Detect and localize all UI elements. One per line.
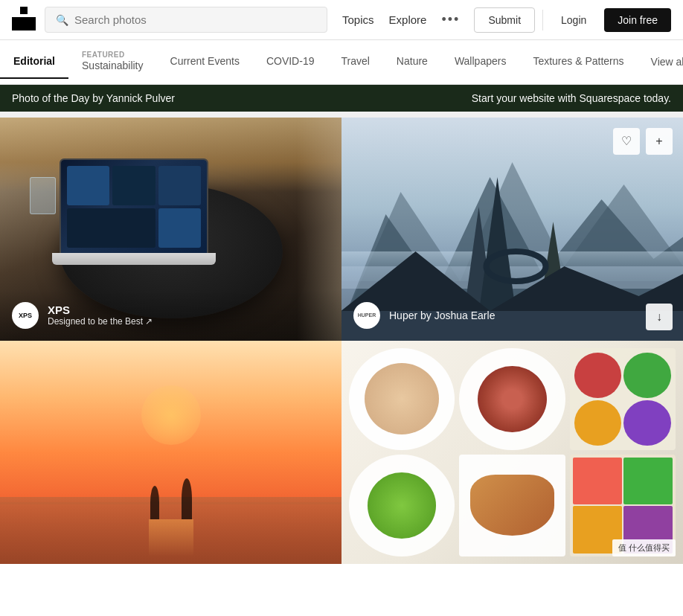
- svg-rect-1: [20, 7, 28, 14]
- submit-button[interactable]: Submit: [474, 7, 535, 33]
- photo-card-food[interactable]: 值 什么值得买: [342, 341, 683, 564]
- logo[interactable]: [12, 7, 36, 33]
- huper-logo: HUPER: [353, 302, 380, 329]
- huper-overlay: HUPER Huper by Joshua Earle: [342, 290, 683, 341]
- banner-potd-text: Photo of the Day: [12, 92, 89, 104]
- banner-author: Yannick Pulver: [106, 92, 175, 104]
- login-button[interactable]: Login: [551, 8, 597, 32]
- watermark: 值 什么值得买: [612, 539, 676, 556]
- heart-icon: ♡: [621, 134, 632, 148]
- mountain-card-actions: ♡ +: [613, 128, 673, 155]
- cat-travel[interactable]: Travel: [327, 45, 382, 79]
- download-icon: ↓: [656, 310, 662, 324]
- main-nav: Topics Explore •••: [342, 12, 460, 28]
- photo-card-sunset[interactable]: [0, 341, 342, 564]
- xps-overlay: XPS XPS Designed to be the Best ↗: [0, 290, 342, 341]
- cat-current-events[interactable]: Current Events: [157, 45, 253, 79]
- search-icon: 🔍: [56, 14, 68, 26]
- xps-logo: XPS: [12, 302, 39, 329]
- cat-covid[interactable]: COVID-19: [253, 45, 328, 79]
- hero-spacer: [0, 112, 683, 118]
- banner-by: by: [92, 92, 106, 104]
- cat-wallpapers[interactable]: Wallpapers: [441, 45, 520, 79]
- search-input[interactable]: [74, 13, 316, 26]
- add-button[interactable]: +: [646, 128, 673, 155]
- nav-explore[interactable]: Explore: [389, 13, 427, 26]
- svg-rect-2: [12, 17, 36, 31]
- download-area: ↓: [646, 304, 673, 330]
- photo-grid: XPS XPS Designed to be the Best ↗: [0, 118, 683, 564]
- view-all-link[interactable]: View all: [638, 45, 683, 78]
- nav-topics[interactable]: Topics: [342, 13, 374, 26]
- like-button[interactable]: ♡: [613, 128, 640, 155]
- plus-icon: +: [655, 135, 662, 148]
- header-actions: Submit Login Join free: [474, 7, 671, 33]
- search-bar[interactable]: 🔍: [45, 7, 327, 33]
- nav-more[interactable]: •••: [441, 12, 460, 28]
- banner-right[interactable]: Start your website with Squarespace toda…: [472, 92, 671, 104]
- header-divider: [542, 10, 543, 31]
- header: 🔍 Topics Explore ••• Submit Login Join f…: [0, 0, 683, 40]
- photo-card-mountain[interactable]: ♡ + HUPER Huper by Joshua Earle ↓: [342, 118, 683, 341]
- photo-card-laptop[interactable]: XPS XPS Designed to be the Best ↗: [0, 118, 342, 341]
- category-nav: Editorial FEATURED Sustainability Curren…: [0, 40, 683, 85]
- download-button[interactable]: ↓: [646, 304, 673, 330]
- cat-nature[interactable]: Nature: [383, 45, 441, 79]
- cat-textures[interactable]: Textures & Patterns: [519, 45, 637, 79]
- mountain-title: Huper by Joshua Earle: [389, 309, 495, 321]
- cat-editorial[interactable]: Editorial: [0, 45, 68, 79]
- cat-sustainability[interactable]: FEATURED Sustainability: [68, 40, 157, 84]
- xps-card-text: XPS Designed to be the Best ↗: [48, 304, 153, 327]
- banner-left: Photo of the Day by Yannick Pulver: [12, 92, 175, 104]
- join-button[interactable]: Join free: [604, 8, 671, 32]
- photo-of-day-banner: Photo of the Day by Yannick Pulver Start…: [0, 85, 683, 112]
